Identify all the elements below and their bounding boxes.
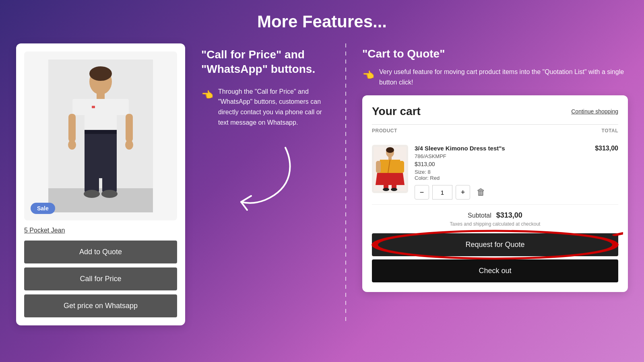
svg-rect-5 (85, 99, 117, 131)
svg-rect-6 (72, 99, 86, 115)
continue-shopping-link[interactable]: Continue shopping (571, 108, 618, 115)
checkout-button[interactable]: Check out (372, 259, 618, 282)
right-panel: "Cart to Quote" 👈 Very useful feature fo… (346, 43, 628, 296)
svg-point-17 (84, 190, 100, 198)
middle-panel: "Call for Price" and "WhatsApp" buttons.… (185, 43, 345, 216)
cart-card: Your cart Continue shopping PRODUCT TOTA… (362, 95, 628, 292)
svg-rect-7 (115, 99, 129, 115)
qty-decrease-button[interactable]: − (415, 185, 429, 200)
svg-rect-8 (92, 106, 95, 108)
svg-point-18 (101, 190, 118, 198)
curved-arrow-container (201, 140, 329, 212)
cart-feature-description: 👈 Very useful feature for moving cart pr… (362, 67, 628, 87)
product-card: Sale 5 Pocket Jean Add to Quote Call for… (16, 43, 185, 325)
cart-to-quote-title: "Cart to Quote" (362, 47, 628, 60)
cart-header: Your cart Continue shopping (372, 105, 618, 118)
dress-svg (374, 147, 406, 191)
product-image: Sale (24, 51, 177, 220)
col-total-label: TOTAL (602, 128, 618, 134)
cart-table-header: PRODUCT TOTAL (372, 124, 618, 137)
request-quote-wrapper: Request for Quote (372, 233, 618, 256)
subtotal-label: Subtotal (468, 212, 491, 219)
request-for-quote-button[interactable]: Request for Quote (372, 233, 618, 256)
sale-badge: Sale (31, 203, 55, 214)
cart-item-price: $313,00 (415, 161, 588, 167)
svg-rect-14 (85, 152, 99, 192)
qty-input[interactable] (432, 185, 452, 200)
subtotal-value: $313,00 (496, 211, 522, 220)
svg-rect-10 (126, 114, 133, 142)
svg-point-29 (391, 188, 397, 191)
add-to-quote-button[interactable]: Add to Quote (24, 241, 177, 263)
svg-rect-25 (399, 161, 404, 173)
left-panel: Sale 5 Pocket Jean Add to Quote Call for… (16, 43, 185, 325)
cart-item-total: $313,00 (595, 145, 618, 200)
finger-point-icon-2: 👈 (362, 68, 374, 83)
qty-controls: − + 🗑 (415, 185, 588, 200)
cart-item-image (372, 145, 408, 193)
product-person-svg (48, 60, 153, 212)
cart-item-details: 3/4 Sleeve Kimono Dress test"s 786/ASKMP… (415, 145, 588, 200)
section-divider (345, 43, 346, 325)
curved-arrow-svg (229, 140, 301, 212)
svg-point-12 (125, 140, 133, 150)
page-title: More Features... (257, 12, 387, 31)
svg-rect-24 (376, 161, 381, 173)
svg-rect-1 (48, 188, 153, 212)
svg-rect-16 (85, 130, 117, 134)
cart-item-sku: 786/ASKMPF (415, 153, 588, 159)
cart-item-name: 3/4 Sleeve Kimono Dress test"s (415, 145, 588, 152)
finger-point-icon: 👈 (201, 87, 213, 103)
qty-increase-button[interactable]: + (456, 185, 470, 200)
svg-point-11 (68, 140, 76, 150)
svg-rect-9 (68, 114, 76, 142)
call-for-price-heading: "Call for Price" and "WhatsApp" buttons. (201, 47, 329, 77)
cart-title: Your cart (372, 105, 421, 118)
product-name[interactable]: 5 Pocket Jean (24, 227, 177, 234)
feature-desc-text: Through the "Call for Price" and "WhatsA… (218, 86, 329, 128)
cart-feature-desc-text: Very useful feature for moving cart prod… (379, 67, 628, 87)
cart-subtotal: Subtotal $313,00 (372, 205, 618, 221)
svg-rect-15 (102, 152, 117, 192)
delete-item-button[interactable]: 🗑 (477, 187, 485, 197)
svg-point-3 (89, 66, 112, 81)
cart-item: 3/4 Sleeve Kimono Dress test"s 786/ASKMP… (372, 140, 618, 205)
col-product-label: PRODUCT (372, 128, 397, 134)
svg-point-28 (383, 188, 389, 191)
feature-description: 👈 Through the "Call for Price" and "What… (201, 86, 329, 128)
svg-point-21 (386, 147, 394, 153)
get-price-whatsapp-button[interactable]: Get price on Whatsapp (24, 294, 177, 317)
cart-item-size: Size: 8 (415, 169, 588, 175)
call-for-price-button[interactable]: Call for Price (24, 267, 177, 290)
cart-item-color: Color: Red (415, 175, 588, 181)
tax-note: Taxes and shipping calculated at checkou… (372, 221, 618, 227)
svg-rect-22 (388, 156, 392, 160)
